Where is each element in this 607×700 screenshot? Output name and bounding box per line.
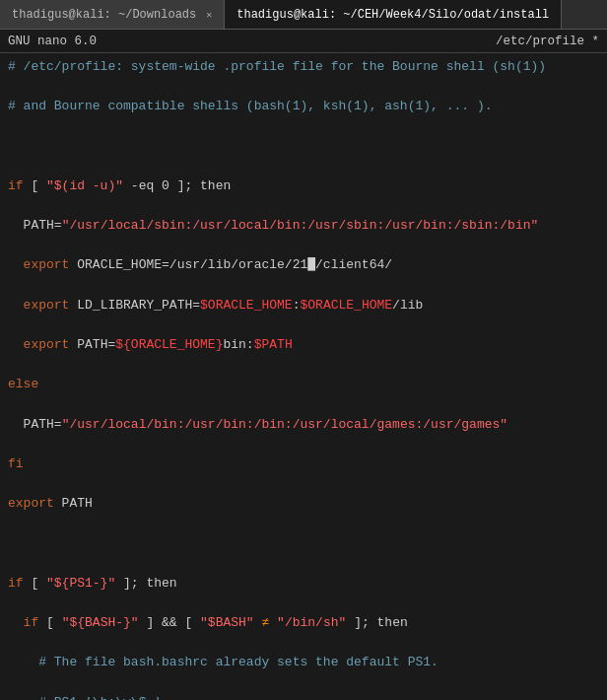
tab-install-label: thadigus@kali: ~/CEH/Week4/Silo/odat/ins… (236, 8, 549, 22)
code-content: # /etc/profile: system-wide .profile fil… (8, 57, 599, 700)
tab-downloads[interactable]: thadigus@kali: ~/Downloads ✕ (0, 0, 225, 29)
tab-bar: thadigus@kali: ~/Downloads ✕ thadigus@ka… (0, 0, 607, 30)
menu-bar: GNU nano 6.0 /etc/profile * (0, 30, 607, 53)
file-path: /etc/profile * (496, 35, 599, 48)
code-editor[interactable]: # /etc/profile: system-wide .profile fil… (0, 53, 607, 700)
tab-downloads-label: thadigus@kali: ~/Downloads (12, 8, 196, 22)
editor-name: GNU nano 6.0 (8, 35, 97, 48)
tab-install[interactable]: thadigus@kali: ~/CEH/Week4/Silo/odat/ins… (225, 0, 562, 29)
tab-downloads-close[interactable]: ✕ (206, 9, 212, 21)
